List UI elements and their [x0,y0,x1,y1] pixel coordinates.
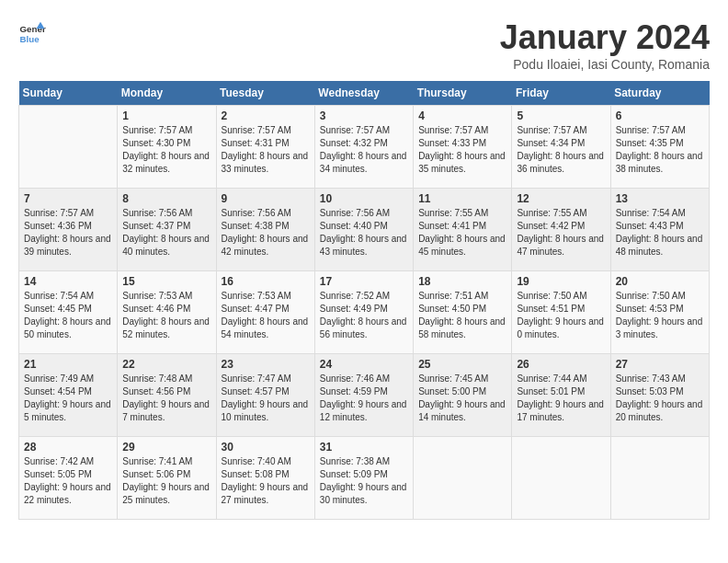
column-header-monday: Monday [118,81,216,106]
day-number: 19 [517,275,605,288]
day-info: Sunrise: 7:57 AMSunset: 4:30 PMDaylight:… [122,124,210,176]
day-number: 27 [616,358,704,371]
day-number: 24 [320,358,408,371]
calendar-cell: 17Sunrise: 7:52 AMSunset: 4:49 PMDayligh… [314,271,413,354]
day-info: Sunrise: 7:41 AMSunset: 5:06 PMDaylight:… [122,455,210,507]
day-info: Sunrise: 7:57 AMSunset: 4:33 PMDaylight:… [418,124,506,176]
day-info: Sunrise: 7:42 AMSunset: 5:05 PMDaylight:… [24,455,112,507]
calendar-cell: 13Sunrise: 7:54 AMSunset: 4:43 PMDayligh… [610,189,709,271]
day-info: Sunrise: 7:54 AMSunset: 4:43 PMDaylight:… [616,207,704,259]
location-subtitle: Podu Iloaiei, Iasi County, Romania [500,57,710,72]
day-info: Sunrise: 7:57 AMSunset: 4:36 PMDaylight:… [24,207,112,259]
calendar-cell: 14Sunrise: 7:54 AMSunset: 4:45 PMDayligh… [19,271,118,354]
day-number: 10 [320,192,408,205]
calendar-cell [414,437,512,520]
day-number: 28 [24,441,112,454]
calendar-cell: 9Sunrise: 7:56 AMSunset: 4:38 PMDaylight… [216,189,314,271]
day-info: Sunrise: 7:53 AMSunset: 4:46 PMDaylight:… [122,290,210,341]
column-header-wednesday: Wednesday [314,81,413,106]
calendar-cell: 10Sunrise: 7:56 AMSunset: 4:40 PMDayligh… [314,189,413,271]
calendar-cell: 27Sunrise: 7:43 AMSunset: 5:03 PMDayligh… [610,354,709,437]
calendar-cell: 18Sunrise: 7:51 AMSunset: 4:50 PMDayligh… [414,271,512,354]
day-number: 8 [122,192,210,205]
calendar-cell: 25Sunrise: 7:45 AMSunset: 5:00 PMDayligh… [414,354,512,437]
calendar-week-row: 14Sunrise: 7:54 AMSunset: 4:45 PMDayligh… [19,271,710,354]
day-number: 21 [24,358,112,371]
day-number: 2 [222,109,310,122]
calendar-cell: 22Sunrise: 7:48 AMSunset: 4:56 PMDayligh… [118,354,216,437]
calendar-cell: 19Sunrise: 7:50 AMSunset: 4:51 PMDayligh… [512,271,610,354]
day-info: Sunrise: 7:57 AMSunset: 4:31 PMDaylight:… [222,124,310,176]
day-info: Sunrise: 7:43 AMSunset: 5:03 PMDaylight:… [616,373,704,424]
day-info: Sunrise: 7:50 AMSunset: 4:51 PMDaylight:… [517,290,605,341]
day-number: 6 [616,109,704,122]
day-info: Sunrise: 7:55 AMSunset: 4:42 PMDaylight:… [517,207,605,259]
day-info: Sunrise: 7:48 AMSunset: 4:56 PMDaylight:… [122,373,210,424]
calendar-cell: 7Sunrise: 7:57 AMSunset: 4:36 PMDaylight… [19,189,118,271]
column-header-tuesday: Tuesday [216,81,314,106]
calendar-cell: 5Sunrise: 7:57 AMSunset: 4:34 PMDaylight… [512,106,610,189]
calendar-cell: 1Sunrise: 7:57 AMSunset: 4:30 PMDaylight… [118,106,216,189]
column-header-thursday: Thursday [414,81,512,106]
logo-icon: General Blue [18,18,46,46]
calendar-cell: 24Sunrise: 7:46 AMSunset: 4:59 PMDayligh… [314,354,413,437]
day-number: 18 [418,275,506,288]
day-number: 15 [122,275,210,288]
day-info: Sunrise: 7:38 AMSunset: 5:09 PMDaylight:… [320,455,408,507]
day-info: Sunrise: 7:50 AMSunset: 4:53 PMDaylight:… [616,290,704,341]
day-number: 9 [222,192,310,205]
day-info: Sunrise: 7:56 AMSunset: 4:37 PMDaylight:… [122,207,210,259]
column-header-sunday: Sunday [19,81,118,106]
calendar-cell: 30Sunrise: 7:40 AMSunset: 5:08 PMDayligh… [216,437,314,520]
day-info: Sunrise: 7:52 AMSunset: 4:49 PMDaylight:… [320,290,408,341]
day-number: 30 [222,441,310,454]
day-info: Sunrise: 7:46 AMSunset: 4:59 PMDaylight:… [320,373,408,424]
day-info: Sunrise: 7:57 AMSunset: 4:34 PMDaylight:… [517,124,605,176]
day-info: Sunrise: 7:47 AMSunset: 4:57 PMDaylight:… [222,373,310,424]
day-info: Sunrise: 7:56 AMSunset: 4:40 PMDaylight:… [320,207,408,259]
calendar-cell: 20Sunrise: 7:50 AMSunset: 4:53 PMDayligh… [610,271,709,354]
calendar-cell: 11Sunrise: 7:55 AMSunset: 4:41 PMDayligh… [414,189,512,271]
day-number: 22 [122,358,210,371]
calendar-cell: 3Sunrise: 7:57 AMSunset: 4:32 PMDaylight… [314,106,413,189]
day-info: Sunrise: 7:56 AMSunset: 4:38 PMDaylight:… [222,207,310,259]
day-info: Sunrise: 7:40 AMSunset: 5:08 PMDaylight:… [222,455,310,507]
day-number: 14 [24,275,112,288]
day-number: 17 [320,275,408,288]
day-number: 4 [418,109,506,122]
day-number: 5 [517,109,605,122]
day-info: Sunrise: 7:57 AMSunset: 4:32 PMDaylight:… [320,124,408,176]
calendar-cell: 6Sunrise: 7:57 AMSunset: 4:35 PMDaylight… [610,106,709,189]
logo: General Blue [18,18,46,46]
calendar-cell: 2Sunrise: 7:57 AMSunset: 4:31 PMDaylight… [216,106,314,189]
day-number: 26 [517,358,605,371]
day-info: Sunrise: 7:54 AMSunset: 4:45 PMDaylight:… [24,290,112,341]
day-info: Sunrise: 7:45 AMSunset: 5:00 PMDaylight:… [418,373,506,424]
day-number: 20 [616,275,704,288]
day-info: Sunrise: 7:55 AMSunset: 4:41 PMDaylight:… [418,207,506,259]
calendar-cell: 15Sunrise: 7:53 AMSunset: 4:46 PMDayligh… [118,271,216,354]
calendar-header-row: SundayMondayTuesdayWednesdayThursdayFrid… [19,81,710,106]
calendar-cell: 12Sunrise: 7:55 AMSunset: 4:42 PMDayligh… [512,189,610,271]
day-number: 31 [320,441,408,454]
day-number: 13 [616,192,704,205]
calendar-cell [19,106,118,189]
day-number: 12 [517,192,605,205]
day-number: 11 [418,192,506,205]
calendar-cell: 4Sunrise: 7:57 AMSunset: 4:33 PMDaylight… [414,106,512,189]
calendar-cell: 31Sunrise: 7:38 AMSunset: 5:09 PMDayligh… [314,437,413,520]
day-number: 7 [24,192,112,205]
calendar-cell [610,437,709,520]
calendar-week-row: 1Sunrise: 7:57 AMSunset: 4:30 PMDaylight… [19,106,710,189]
day-info: Sunrise: 7:44 AMSunset: 5:01 PMDaylight:… [517,373,605,424]
calendar-cell: 23Sunrise: 7:47 AMSunset: 4:57 PMDayligh… [216,354,314,437]
day-number: 3 [320,109,408,122]
day-info: Sunrise: 7:57 AMSunset: 4:35 PMDaylight:… [616,124,704,176]
column-header-saturday: Saturday [610,81,709,106]
month-title: January 2024 [500,18,710,57]
day-number: 16 [222,275,310,288]
calendar-cell: 16Sunrise: 7:53 AMSunset: 4:47 PMDayligh… [216,271,314,354]
day-info: Sunrise: 7:51 AMSunset: 4:50 PMDaylight:… [418,290,506,341]
day-info: Sunrise: 7:53 AMSunset: 4:47 PMDaylight:… [222,290,310,341]
title-section: January 2024 Podu Iloaiei, Iasi County, … [500,18,710,72]
